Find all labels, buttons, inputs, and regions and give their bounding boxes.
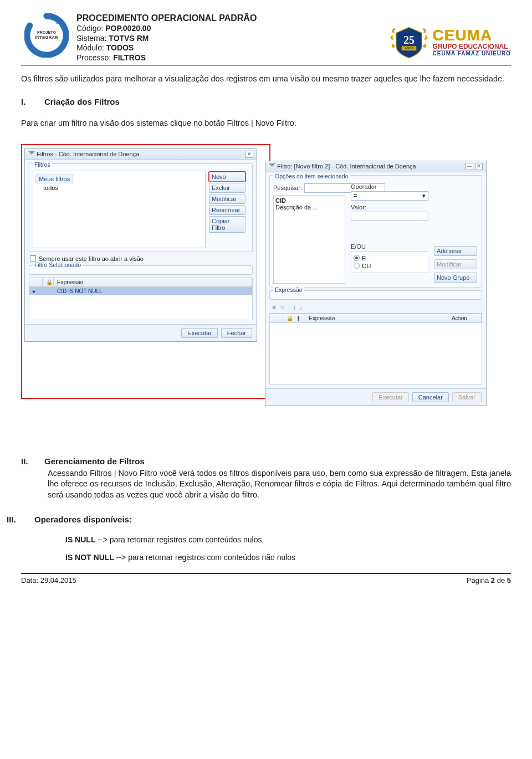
- checkbox-icon: [30, 255, 36, 261]
- screenshot-composite: Filtros - Cód. Internacional de Doença ✕…: [21, 144, 511, 443]
- operator-isnull: IS NULL --> para retornar registros com …: [65, 535, 511, 544]
- filter-icon: [28, 151, 35, 157]
- executar-button[interactable]: Executar: [181, 328, 217, 338]
- filter-icon: [269, 163, 275, 170]
- opcoes-group: Opções do item selecionado Pesquisar: CI…: [269, 175, 482, 288]
- minimize-icon[interactable]: —: [466, 163, 473, 170]
- close-icon[interactable]: ✕: [245, 151, 253, 158]
- footer-page-mid: de: [495, 576, 507, 584]
- footer-page: Página 2 de 5: [467, 576, 511, 584]
- operator-column: Operador = ▾ Valor: E/OU E OU: [351, 183, 428, 284]
- expressao-group-title: Expressão: [273, 286, 304, 293]
- chevron-down-icon: ▾: [422, 192, 426, 199]
- document-page: PROJETO INTEGRAR PROCEDIMENTO OPERACIONA…: [0, 0, 532, 590]
- ceuma-logo: CEUMA GRUPO EDUCACIONAL CEUMA FAMAZ UNIE…: [433, 28, 511, 57]
- footer-date: Data: 29.04.2015: [21, 576, 76, 584]
- radio-ou[interactable]: OU: [354, 263, 426, 269]
- modificar-button[interactable]: Modificar: [209, 194, 245, 204]
- filter-button-column: Novo Excluir Modificar Renomear Copiar F…: [209, 171, 249, 248]
- operator-isnull-name: IS NULL: [65, 535, 95, 544]
- renomear-button[interactable]: Renomear: [209, 205, 245, 215]
- ceuma-line2: GRUPO EDUCACIONAL: [433, 43, 511, 50]
- intro-paragraph: Os filtros são utilizados para melhorar …: [21, 74, 511, 85]
- doc-title: PROCEDIMENTO OPERACIONAL PADRÃO: [76, 13, 257, 23]
- field-descricao[interactable]: Descrição da ...: [275, 204, 343, 211]
- delete-all-icon[interactable]: ✕: [280, 304, 285, 311]
- field-list[interactable]: CID Descrição da ...: [273, 195, 345, 284]
- cancelar-button[interactable]: Cancelar: [412, 392, 449, 402]
- footer-page-num: 2: [491, 576, 495, 584]
- copiar-filtro-button[interactable]: Copiar Filtro: [209, 216, 245, 233]
- operador-select[interactable]: = ▾: [351, 191, 428, 201]
- filtro-selecionado-title: Filtro Selecionado: [33, 261, 83, 268]
- section-1-heading: I. Criação dos Filtros: [21, 97, 511, 106]
- sistema-value: TOTVS RM: [109, 34, 149, 43]
- filtros-group: Filtros Meus filtros todos Novo Excluir …: [29, 163, 253, 252]
- expression-grid-2[interactable]: 🔒 ʄ Expressão Action: [269, 314, 482, 384]
- filtros-dialog: Filtros - Cód. Internacional de Doença ✕…: [24, 148, 257, 342]
- adicionar-button[interactable]: Adicionar: [434, 246, 477, 256]
- section-1-roman: I.: [21, 97, 31, 106]
- fechar-button[interactable]: Fechar: [221, 328, 252, 338]
- action-column-header: Action: [448, 314, 482, 322]
- processo-value: FILTROS: [113, 53, 146, 62]
- footer-page-total: 5: [507, 576, 511, 584]
- sistema-label: Sistema:: [76, 34, 109, 43]
- lock-column-header: 🔒: [43, 278, 54, 286]
- filtros-dialog-titlebar[interactable]: Filtros - Cód. Internacional de Doença ✕: [25, 149, 257, 160]
- content: Os filtros são utilizados para melhorar …: [21, 66, 511, 562]
- section-2-roman: II.: [21, 457, 31, 466]
- codigo-value: POP.0020.00: [105, 24, 151, 33]
- page-footer: Data: 29.04.2015 Página 2 de 5: [21, 573, 511, 584]
- filtros-group-title: Filtros: [33, 161, 52, 168]
- pesquisar-label: Pesquisar:: [273, 184, 302, 191]
- filtros-dialog-footer: Executar Fechar: [25, 324, 257, 341]
- opcoes-group-title: Opções do item selecionado: [273, 173, 350, 180]
- footer-date-label: Data:: [21, 576, 40, 584]
- modificar-button[interactable]: Modificar: [434, 259, 477, 269]
- tree-item-todos[interactable]: todos: [35, 184, 203, 191]
- svg-text:ANOS: ANOS: [405, 47, 413, 50]
- operador-label: Operador: [351, 183, 428, 190]
- projeto-integrar-logo: PROJETO INTEGRAR: [21, 13, 72, 58]
- excluir-button[interactable]: Excluir: [209, 183, 245, 193]
- expression-toolbar: ✕ ✕ | ↑ ↓: [269, 302, 482, 314]
- expressao-column-header-2: Expressão: [305, 314, 448, 322]
- header-left: PROJETO INTEGRAR PROCEDIMENTO OPERACIONA…: [21, 13, 257, 63]
- filter-tree[interactable]: Meus filtros todos: [33, 171, 206, 248]
- close-icon[interactable]: ✕: [475, 163, 483, 170]
- novo-grupo-button[interactable]: Novo Grupo: [434, 273, 477, 283]
- operator-isnotnull-desc: --> para retornar registros com conteúdo…: [114, 553, 295, 562]
- operator-isnull-desc: --> para retornar registros com conteúdo…: [95, 535, 262, 544]
- valor-input[interactable]: [351, 212, 428, 221]
- header-meta-block: PROCEDIMENTO OPERACIONAL PADRÃO Código: …: [76, 13, 257, 63]
- processo-label: Processo:: [76, 53, 113, 62]
- salvar-button[interactable]: Salvar: [452, 392, 482, 402]
- integrar-text-1: PROJETO: [37, 30, 57, 35]
- expression-grid[interactable]: 🔒 Expressão ▸ CID IS NOT NULL: [29, 278, 253, 320]
- novo-button[interactable]: Novo: [209, 172, 245, 182]
- executar-button-2[interactable]: Executar: [372, 392, 408, 402]
- section-2-body: Acessando Filtros | Novo Filtro você ver…: [48, 468, 511, 501]
- section-2-title: Gerenciamento de Filtros: [44, 457, 145, 466]
- move-down-icon[interactable]: ↓: [299, 304, 303, 311]
- modulo-label: Módulo:: [76, 43, 106, 52]
- tree-item-meus-filtros[interactable]: Meus filtros: [35, 175, 73, 183]
- section-1-body: Para criar um filtro na visão dos sistem…: [21, 119, 511, 127]
- ceuma-line1: CEUMA: [433, 28, 511, 43]
- field-cid[interactable]: CID: [275, 197, 343, 204]
- novo-filtro-titlebar[interactable]: Filtro: [Novo filtro 2] - Cód. Internaci…: [265, 161, 486, 172]
- filtro-selecionado-group: Filtro Selecionado: [29, 265, 253, 275]
- novo-filtro-dialog: Filtro: [Novo filtro 2] - Cód. Internaci…: [265, 161, 487, 406]
- delete-icon[interactable]: ✕: [272, 304, 277, 311]
- radio-e[interactable]: E: [354, 255, 426, 261]
- header-right: 25 ANOS CEUMA GRUPO EDUCACIONAL CEUMA FA…: [390, 25, 511, 59]
- valor-label: Valor:: [351, 204, 428, 211]
- section-3-title: Operadores disponíveis:: [34, 515, 132, 524]
- search-column: Pesquisar: CID Descrição da ...: [273, 183, 345, 284]
- expressao-column-header: Expressão: [54, 278, 252, 286]
- lock-icon: 🔒: [287, 315, 293, 321]
- move-up-icon[interactable]: ↑: [293, 304, 296, 311]
- section-3-roman: III.: [7, 515, 21, 524]
- expression-row[interactable]: ▸ CID IS NOT NULL: [29, 287, 252, 295]
